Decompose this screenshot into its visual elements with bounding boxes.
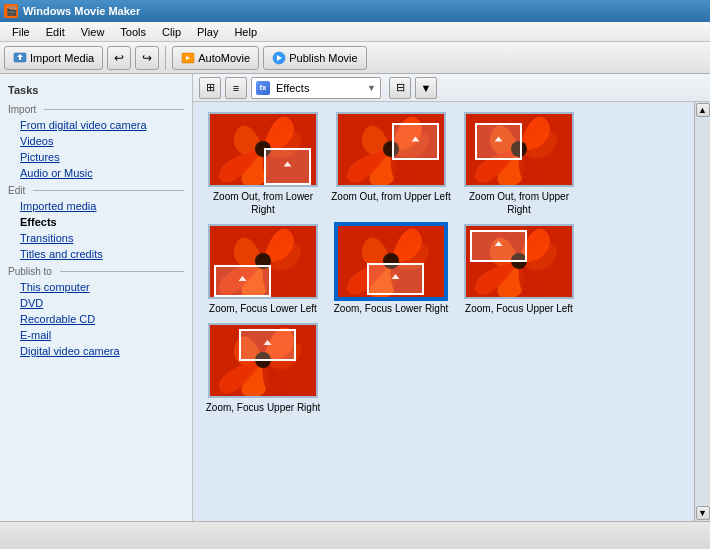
import-section-header: Import xyxy=(0,100,192,117)
effect-item-2[interactable]: Zoom Out, from Upper Right xyxy=(459,112,579,216)
sidebar-item-pictures[interactable]: Pictures xyxy=(0,149,192,165)
sidebar-item-email[interactable]: E-mail xyxy=(0,327,192,343)
import-media-button[interactable]: Import Media xyxy=(4,46,103,70)
main-area: Tasks Import From digital video camera V… xyxy=(0,74,710,521)
import-media-label: Import Media xyxy=(30,52,94,64)
effect-label-6: Zoom, Focus Upper Right xyxy=(206,401,321,414)
effect-thumbnail-2 xyxy=(464,112,574,187)
grid-view-button[interactable]: ⊞ xyxy=(199,77,221,99)
sort-button[interactable]: ⊟ xyxy=(389,77,411,99)
content-area: ⊞ ≡ fx Effects ▼ ⊟ ▼ Zoom Out, from Lowe… xyxy=(193,74,710,521)
app-title: Windows Movie Maker xyxy=(23,5,140,17)
sidebar-item-audio-or-music[interactable]: Audio or Music xyxy=(0,165,192,181)
effect-label-5: Zoom, Focus Upper Left xyxy=(465,302,573,315)
titlebar: 🎬 Windows Movie Maker xyxy=(0,0,710,22)
redo-button[interactable]: ↪ xyxy=(135,46,159,70)
sidebar-item-imported-media[interactable]: Imported media xyxy=(0,198,192,214)
effect-thumbnail-3 xyxy=(208,224,318,299)
edit-section-header: Edit xyxy=(0,181,192,198)
toolbar: Import Media ↩ ↪ AutoMovie Publish Movie xyxy=(0,42,710,74)
menu-view[interactable]: View xyxy=(73,25,113,39)
sidebar-item-effects[interactable]: Effects xyxy=(0,214,192,230)
menu-help[interactable]: Help xyxy=(226,25,265,39)
scrollbar[interactable]: ▲ ▼ xyxy=(694,102,710,521)
effect-item-3[interactable]: Zoom, Focus Lower Left xyxy=(203,224,323,315)
effect-label-0: Zoom Out, from Lower Right xyxy=(203,190,323,216)
effect-label-1: Zoom Out, from Upper Left xyxy=(331,190,451,203)
svg-rect-2 xyxy=(19,56,21,60)
sidebar-item-transitions[interactable]: Transitions xyxy=(0,230,192,246)
automovie-label: AutoMovie xyxy=(198,52,250,64)
publish-section-header: Publish to xyxy=(0,262,192,279)
effects-grid: Zoom Out, from Lower RightZoom Out, from… xyxy=(193,102,694,521)
effect-item-0[interactable]: Zoom Out, from Lower Right xyxy=(203,112,323,216)
sidebar-item-recordable-cd[interactable]: Recordable CD xyxy=(0,311,192,327)
automovie-icon xyxy=(181,51,195,65)
effect-thumbnail-4 xyxy=(336,224,446,299)
sidebar-item-digital-video-camera[interactable]: Digital video camera xyxy=(0,343,192,359)
effect-label-3: Zoom, Focus Lower Left xyxy=(209,302,317,315)
menu-play[interactable]: Play xyxy=(189,25,226,39)
menu-tools[interactable]: Tools xyxy=(112,25,154,39)
app-icon: 🎬 xyxy=(4,4,18,18)
effect-item-6[interactable]: Zoom, Focus Upper Right xyxy=(203,323,323,414)
statusbar xyxy=(0,521,710,549)
detail-view-button[interactable]: ≡ xyxy=(225,77,247,99)
effect-item-4[interactable]: Zoom, Focus Lower Right xyxy=(331,224,451,315)
effect-thumbnail-0 xyxy=(208,112,318,187)
publish-movie-button[interactable]: Publish Movie xyxy=(263,46,366,70)
import-icon xyxy=(13,51,27,65)
sidebar-item-videos[interactable]: Videos xyxy=(0,133,192,149)
scroll-down-button[interactable]: ▼ xyxy=(696,506,710,520)
menu-edit[interactable]: Edit xyxy=(38,25,73,39)
sidebar: Tasks Import From digital video camera V… xyxy=(0,74,193,521)
fx-icon: fx xyxy=(256,81,270,95)
tasks-header: Tasks xyxy=(0,80,192,100)
effect-item-5[interactable]: Zoom, Focus Upper Left xyxy=(459,224,579,315)
publish-icon xyxy=(272,51,286,65)
dropdown-arrow-icon: ▼ xyxy=(367,83,376,93)
effects-dropdown[interactable]: fx Effects ▼ xyxy=(251,77,381,99)
sidebar-item-this-computer[interactable]: This computer xyxy=(0,279,192,295)
effects-dropdown-label: Effects xyxy=(276,82,309,94)
effect-label-2: Zoom Out, from Upper Right xyxy=(459,190,579,216)
automovie-button[interactable]: AutoMovie xyxy=(172,46,259,70)
effect-label-4: Zoom, Focus Lower Right xyxy=(334,302,449,315)
menu-file[interactable]: File xyxy=(4,25,38,39)
sidebar-item-dvd[interactable]: DVD xyxy=(0,295,192,311)
publish-movie-label: Publish Movie xyxy=(289,52,357,64)
scroll-up-button[interactable]: ▲ xyxy=(696,103,710,117)
effect-item-1[interactable]: Zoom Out, from Upper Left xyxy=(331,112,451,216)
effect-thumbnail-5 xyxy=(464,224,574,299)
sidebar-item-from-digital-video-camera[interactable]: From digital video camera xyxy=(0,117,192,133)
content-toolbar: ⊞ ≡ fx Effects ▼ ⊟ ▼ xyxy=(193,74,710,102)
menu-clip[interactable]: Clip xyxy=(154,25,189,39)
effect-thumbnail-1 xyxy=(336,112,446,187)
undo-button[interactable]: ↩ xyxy=(107,46,131,70)
menubar: File Edit View Tools Clip Play Help xyxy=(0,22,710,42)
sidebar-item-titles-and-credits[interactable]: Titles and credits xyxy=(0,246,192,262)
effect-thumbnail-6 xyxy=(208,323,318,398)
sort-dropdown-button[interactable]: ▼ xyxy=(415,77,437,99)
toolbar-separator xyxy=(165,46,166,70)
